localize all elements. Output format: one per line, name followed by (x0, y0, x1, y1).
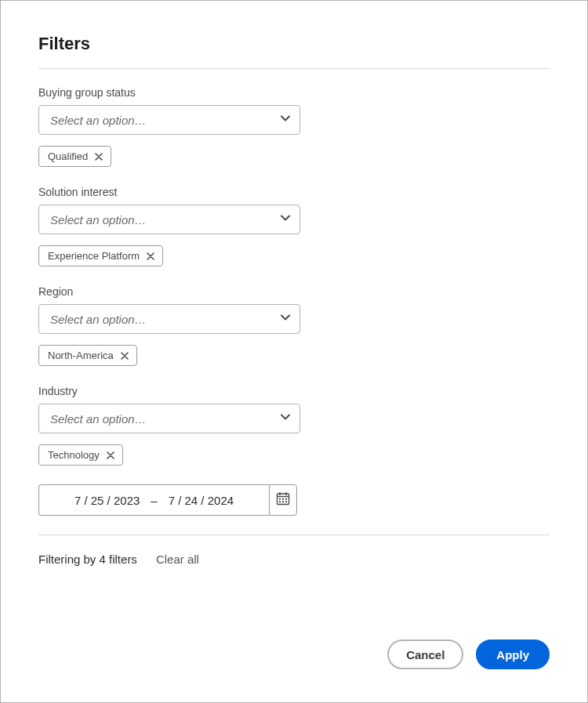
filter-group-solution-interest: Solution interest Select an option… Expe… (38, 186, 550, 266)
svg-rect-9 (285, 501, 287, 502)
select-region[interactable]: Select an option… (38, 304, 300, 334)
tag-north-america: North-America (38, 345, 137, 366)
filter-group-region: Region Select an option… North-America (38, 285, 550, 366)
date-range: 7 / 25 / 2023 – 7 / 24 / 2024 (38, 484, 297, 516)
tag-label: Qualified (48, 150, 88, 162)
chevron-down-icon (281, 115, 290, 125)
svg-rect-5 (282, 498, 284, 500)
filter-label-solution-interest: Solution interest (38, 186, 550, 198)
calendar-button[interactable] (269, 484, 297, 516)
filter-group-industry: Industry Select an option… Technology (38, 385, 550, 466)
divider-top (38, 68, 550, 69)
calendar-icon (276, 491, 290, 509)
date-range-input[interactable]: 7 / 25 / 2023 – 7 / 24 / 2024 (38, 484, 269, 516)
close-icon[interactable] (107, 451, 114, 459)
footer: Cancel Apply (38, 640, 550, 669)
select-buying-group-status[interactable]: Select an option… (38, 105, 300, 135)
apply-button[interactable]: Apply (476, 640, 550, 669)
divider-bottom (38, 534, 550, 535)
tag-label: Technology (48, 449, 100, 461)
filters-panel: Filters Buying group status Select an op… (0, 0, 588, 703)
filter-label-buying-group-status: Buying group status (38, 86, 550, 99)
svg-rect-8 (282, 501, 284, 502)
select-placeholder: Select an option… (50, 114, 147, 127)
tag-experience-platform: Experience Platform (38, 245, 163, 266)
filter-group-buying-group-status: Buying group status Select an option… Qu… (38, 86, 550, 167)
select-placeholder: Select an option… (50, 213, 147, 226)
close-icon[interactable] (95, 153, 103, 161)
tag-qualified: Qualified (38, 146, 111, 167)
select-placeholder: Select an option… (50, 313, 147, 326)
svg-rect-4 (279, 498, 281, 500)
svg-rect-6 (285, 498, 287, 500)
filter-label-region: Region (38, 285, 550, 298)
date-start: 7 / 25 / 2023 (74, 494, 140, 507)
chevron-down-icon (281, 314, 290, 324)
chevron-down-icon (281, 215, 290, 224)
date-end: 7 / 24 / 2024 (169, 494, 234, 507)
chevron-down-icon (281, 414, 290, 423)
page-title: Filters (38, 34, 550, 54)
tag-label: North-America (48, 350, 114, 361)
cancel-button[interactable]: Cancel (387, 640, 463, 669)
select-solution-interest[interactable]: Select an option… (38, 205, 300, 234)
select-industry[interactable]: Select an option… (38, 404, 300, 433)
clear-all-link[interactable]: Clear all (156, 553, 199, 566)
date-separator: – (151, 494, 157, 507)
svg-rect-7 (279, 501, 281, 502)
tag-technology: Technology (38, 444, 123, 466)
close-icon[interactable] (121, 352, 129, 360)
filter-summary-row: Filtering by 4 filters Clear all (38, 553, 550, 566)
select-placeholder: Select an option… (50, 412, 147, 426)
filter-label-industry: Industry (38, 385, 550, 397)
close-icon[interactable] (147, 252, 154, 260)
filter-summary-text: Filtering by 4 filters (38, 553, 137, 566)
tag-label: Experience Platform (48, 250, 140, 262)
